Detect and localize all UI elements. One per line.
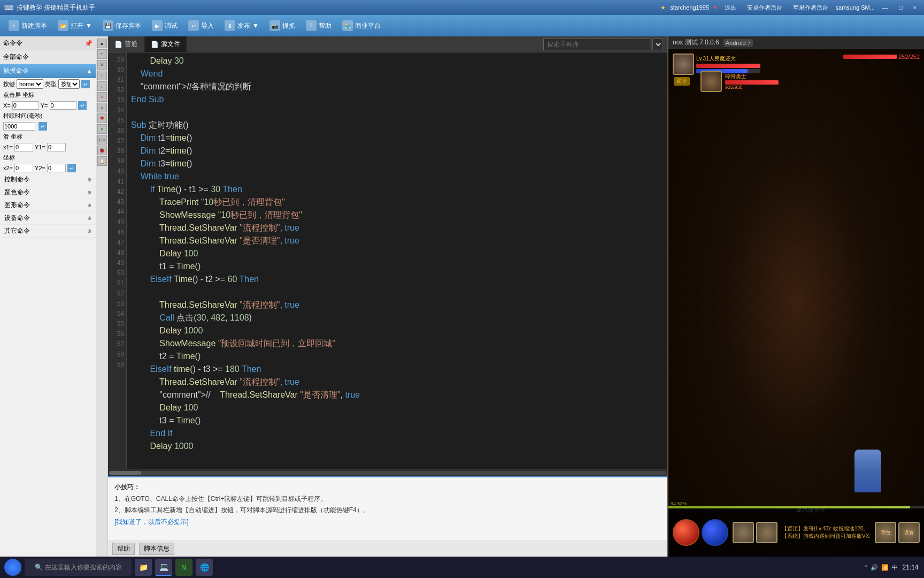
start-btn[interactable] [4, 559, 21, 576]
mid-btn-3[interactable]: ✕ [97, 60, 107, 70]
x-input[interactable] [12, 101, 39, 110]
player-level-name: Lv.31人民魔还大 [696, 55, 760, 63]
tip3[interactable]: [我知道了，以后不必提示] [114, 516, 661, 528]
tray-network-icon[interactable]: 📶 [881, 564, 889, 571]
mid-btn-7[interactable]: // [97, 103, 107, 112]
y1-input[interactable] [47, 143, 66, 151]
tray-lang[interactable]: 中 [892, 564, 898, 572]
search-dropdown[interactable] [652, 39, 663, 50]
mid-btn-11[interactable]: 🐞 [97, 146, 107, 155]
publish-btn[interactable]: ⬆ 发布 ▼ [220, 18, 263, 33]
help-btn[interactable]: ? 帮助 [302, 18, 336, 33]
mid-btn-go[interactable]: Go [97, 135, 107, 144]
type-select[interactable]: 按键 [58, 79, 80, 89]
line-num: 51 [108, 278, 124, 288]
x1-input[interactable] [14, 143, 33, 151]
app-icon: ⌨ [4, 4, 13, 11]
user-icon: ★ [660, 4, 666, 11]
taskbar-app-btn[interactable]: 💻 [155, 559, 172, 576]
mid-btn-5[interactable]: ↓ [97, 81, 107, 91]
player-avatar [673, 54, 694, 75]
skill-btn-2[interactable] [756, 522, 777, 543]
coord2-row: 坐标 [0, 153, 96, 163]
maximize-btn[interactable]: □ [896, 3, 906, 12]
script-info-btn[interactable]: 脚本信息 [139, 543, 174, 555]
duration-confirm-btn[interactable]: ↵ [38, 122, 47, 131]
mid-btn-12[interactable]: 📋 [97, 156, 107, 166]
capture-btn[interactable]: 📷 抓抓 [265, 18, 299, 33]
tray-caret[interactable]: ^ [865, 564, 867, 571]
taskbar-files-btn[interactable]: 📁 [135, 559, 152, 576]
debug-label: 调试 [165, 21, 178, 31]
line-num: 54 [108, 309, 124, 319]
close-btn[interactable]: × [910, 3, 920, 12]
code-content[interactable]: Delay 30 Wend "comment">//各种情况的判断 End Su… [127, 52, 667, 469]
taskbar-nox-btn[interactable]: N [175, 559, 192, 576]
touch-cmd-section[interactable]: 触摸命令 ▲ [0, 64, 96, 78]
android-backend-btn[interactable]: 安卓作者后台 [744, 3, 786, 13]
y2-input[interactable] [47, 164, 66, 172]
commercial-label: 商业平台 [355, 21, 381, 31]
tab-normal[interactable]: 📄 普通 [108, 36, 144, 52]
mid-btn-9[interactable]: ● [97, 124, 107, 134]
apple-backend-btn[interactable]: 苹果作者后台 [790, 3, 831, 13]
hp-orb[interactable] [673, 519, 699, 546]
code-line: End If [131, 427, 663, 440]
xy-confirm-btn[interactable]: ↵ [78, 101, 87, 110]
y-input[interactable] [50, 101, 76, 110]
hscroll-track [109, 471, 666, 475]
tab-source[interactable]: 📄 源文件 [144, 36, 187, 52]
key-confirm-btn[interactable]: ↵ [81, 80, 90, 88]
taskbar-search[interactable]: 🔍 在这里输入你要搜索的内容 [25, 559, 132, 576]
code-line: Sub 定时功能() [131, 119, 663, 132]
help-bottom-btn[interactable]: 帮助 [112, 543, 135, 555]
x2y2-confirm-btn[interactable]: ↵ [67, 164, 76, 172]
clock: 21:14 [901, 564, 920, 571]
open-btn[interactable]: 📂 打开 ▼ [53, 18, 96, 33]
hscroll-thumb[interactable] [109, 471, 141, 475]
cmd-item-other[interactable]: 其它命令 ⊕ [0, 225, 96, 238]
taskbar-browser-btn[interactable]: 🌐 [196, 559, 213, 576]
mp-orb[interactable] [702, 519, 728, 546]
tray-volume-icon[interactable]: 🔊 [871, 564, 878, 571]
swipe-row: 滑 坐标 [0, 132, 96, 142]
cmd-item-control[interactable]: 控制命令 ⊕ [0, 173, 96, 186]
new-label: 新建脚本 [21, 21, 47, 31]
mid-btn-6[interactable]: ✕ [97, 92, 107, 102]
search-input[interactable] [543, 39, 650, 50]
mid-btn-1[interactable]: ▲ [97, 39, 107, 48]
exit-btn[interactable]: 退出 [721, 3, 740, 13]
code-line: While true [131, 170, 663, 183]
code-line: Call 点击(30, 482, 1108) [131, 311, 663, 324]
open-icon: 📂 [58, 20, 68, 31]
key-select[interactable]: home [17, 79, 43, 89]
y-label: Y= [41, 102, 48, 109]
cmd-item-color[interactable]: 颜色命令 ⊕ [0, 186, 96, 199]
cmd-item-graphics[interactable]: 图形命令 ⊕ [0, 199, 96, 212]
hud-text1: 【置顶】发哥(Lv.40): 收祝福油120, [782, 525, 873, 533]
debug-btn[interactable]: ▶ 调试 [148, 18, 182, 33]
cmd-item-device[interactable]: 设备命令 ⊕ [0, 212, 96, 225]
enemy-hp-value: 252/252 [898, 54, 920, 60]
code-line: Thread.SetShareVar "流程控制", true [131, 222, 663, 234]
new-script-btn[interactable]: + 新建脚本 [4, 18, 51, 33]
bag-btn[interactable]: 背包 [875, 522, 896, 543]
settings-btn[interactable]: 设置 [898, 522, 920, 543]
commercial-btn[interactable]: 🏪 商业平台 [338, 18, 385, 33]
minimize-btn[interactable]: — [879, 3, 891, 12]
mid-btn-4[interactable]: ↑ [97, 71, 107, 80]
duration-input[interactable] [3, 122, 35, 131]
cmd-other-label: 其它命令 [4, 226, 30, 235]
x2-input[interactable] [14, 164, 33, 172]
mid-btn-2[interactable]: + [97, 49, 107, 59]
skill-btn-1[interactable] [733, 522, 754, 543]
save-label: 保存脚本 [116, 21, 141, 31]
mid-btn-8[interactable]: ✱ [97, 113, 107, 123]
save-btn[interactable]: 💾 保存脚本 [98, 18, 145, 33]
touch-cmd-label: 触摸命令 [3, 66, 29, 75]
publish-label: 发布 [237, 21, 250, 31]
code-line: Delay 100 [131, 247, 663, 260]
type-label: 类型 [45, 80, 57, 88]
import-btn[interactable]: ↩ 导入 [184, 18, 218, 33]
code-hscroll[interactable] [108, 469, 667, 476]
